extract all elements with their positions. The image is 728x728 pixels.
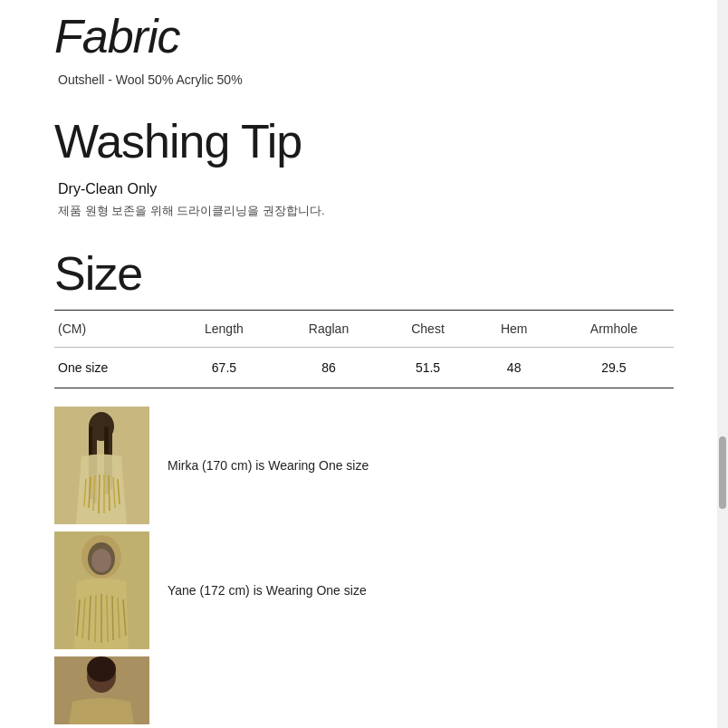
- size-table: (CM) Length Raglan Chest Hem Armhole One…: [54, 310, 674, 388]
- svg-line-21: [95, 595, 96, 642]
- table-header-row: (CM) Length Raglan Chest Hem Armhole: [54, 311, 674, 348]
- size-section: Size (CM) Length Raglan Chest Hem Armhol…: [54, 246, 674, 388]
- fabric-detail: Outshell - Wool 50% Acrylic 50%: [58, 72, 674, 87]
- svg-point-17: [91, 549, 111, 572]
- col-header-hem: Hem: [474, 311, 553, 348]
- models-section: Mirka (170 cm) is Wearing One size: [54, 407, 674, 724]
- cell-size-name: One size: [54, 348, 172, 388]
- cell-raglan: 86: [275, 348, 381, 388]
- col-header-armhole: Armhole: [554, 311, 674, 348]
- svg-line-24: [112, 596, 113, 640]
- col-header-chest: Chest: [382, 311, 474, 348]
- model-image-2: [54, 532, 149, 649]
- size-title: Size: [54, 246, 674, 301]
- svg-line-11: [109, 475, 110, 511]
- svg-line-23: [107, 595, 108, 642]
- model-image-1: [54, 407, 149, 524]
- scrollbar-thumb[interactable]: [719, 436, 726, 509]
- cell-armhole: 29.5: [554, 348, 674, 388]
- svg-point-29: [87, 656, 116, 682]
- scrollbar[interactable]: [717, 0, 728, 728]
- washing-section: Washing Tip Dry-Clean Only 제품 원형 보존을 위해 …: [54, 114, 674, 219]
- model-label-2: Yane (172 cm) is Wearing One size: [168, 583, 367, 598]
- washing-title: Washing Tip: [54, 114, 674, 168]
- model-item-2: Yane (172 cm) is Wearing One size: [54, 532, 674, 649]
- svg-line-9: [99, 474, 100, 513]
- washing-sub: 제품 원형 보존을 위해 드라이클리닝을 권장합니다.: [58, 203, 674, 219]
- model-label-1: Mirka (170 cm) is Wearing One size: [168, 458, 369, 473]
- table-row: One size 67.5 86 51.5 48 29.5: [54, 348, 674, 388]
- col-header-length: Length: [172, 311, 275, 348]
- col-header-raglan: Raglan: [275, 311, 381, 348]
- fabric-section: Fabric Outshell - Wool 50% Acrylic 50%: [54, 9, 674, 87]
- cell-hem: 48: [474, 348, 553, 388]
- fabric-title: Fabric: [54, 9, 674, 63]
- cell-length: 67.5: [172, 348, 275, 388]
- model-image-3: [54, 656, 149, 724]
- cell-chest: 51.5: [382, 348, 474, 388]
- col-header-cm: (CM): [54, 311, 172, 348]
- model-item-3: [54, 656, 674, 724]
- model-item-1: Mirka (170 cm) is Wearing One size: [54, 407, 674, 524]
- washing-main: Dry-Clean Only: [58, 181, 674, 197]
